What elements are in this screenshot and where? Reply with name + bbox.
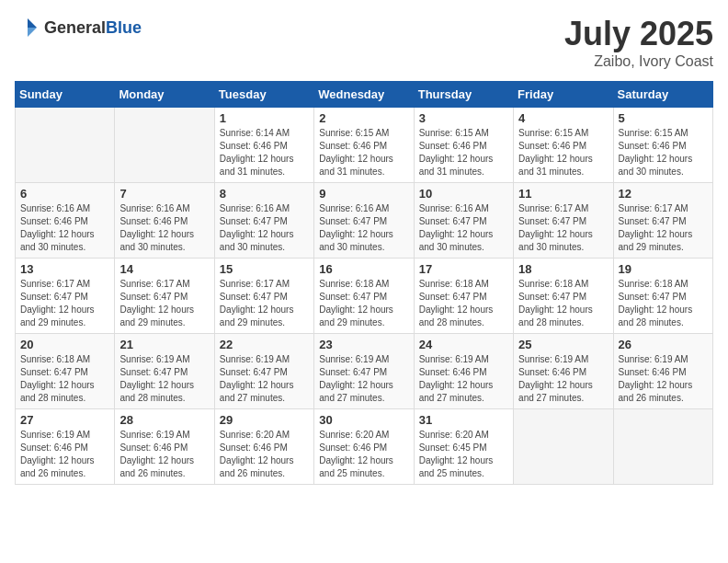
day-number: 25 <box>518 338 608 351</box>
weekday-header: Friday <box>514 82 613 108</box>
day-info: Sunrise: 6:20 AM Sunset: 6:46 PM Dayligh… <box>319 429 408 480</box>
day-number: 1 <box>220 111 309 125</box>
day-info: Sunrise: 6:16 AM Sunset: 6:46 PM Dayligh… <box>119 202 209 254</box>
calendar-day-cell: 5Sunrise: 6:15 AM Sunset: 6:46 PM Daylig… <box>613 108 712 183</box>
month-title: July 2025 <box>564 15 713 53</box>
day-number: 12 <box>619 187 708 201</box>
calendar-day-cell: 14Sunrise: 6:17 AM Sunset: 6:47 PM Dayli… <box>115 259 214 334</box>
weekday-header: Thursday <box>414 82 513 108</box>
calendar-day-cell: 23Sunrise: 6:19 AM Sunset: 6:47 PM Dayli… <box>314 334 414 409</box>
weekday-header: Wednesday <box>314 82 414 108</box>
day-info: Sunrise: 6:16 AM Sunset: 6:47 PM Dayligh… <box>220 202 309 254</box>
weekday-header: Monday <box>115 82 214 108</box>
day-info: Sunrise: 6:19 AM Sunset: 6:47 PM Dayligh… <box>319 353 408 405</box>
day-number: 15 <box>220 262 309 276</box>
day-info: Sunrise: 6:17 AM Sunset: 6:47 PM Dayligh… <box>20 278 109 329</box>
day-number: 27 <box>20 413 109 427</box>
svg-marker-1 <box>28 28 37 37</box>
logo-blue: Blue <box>106 18 142 37</box>
day-info: Sunrise: 6:15 AM Sunset: 6:46 PM Dayligh… <box>518 127 608 178</box>
calendar-day-cell: 9Sunrise: 6:16 AM Sunset: 6:47 PM Daylig… <box>314 183 414 259</box>
day-number: 19 <box>619 262 708 276</box>
svg-marker-0 <box>28 18 37 28</box>
day-number: 14 <box>119 262 209 276</box>
day-number: 20 <box>20 338 109 351</box>
day-info: Sunrise: 6:15 AM Sunset: 6:46 PM Dayligh… <box>319 127 408 178</box>
calendar-day-cell: 17Sunrise: 6:18 AM Sunset: 6:47 PM Dayli… <box>414 259 513 334</box>
calendar-header-row: SundayMondayTuesdayWednesdayThursdayFrid… <box>16 82 713 108</box>
calendar-day-cell: 21Sunrise: 6:19 AM Sunset: 6:47 PM Dayli… <box>115 334 214 409</box>
calendar-day-cell: 3Sunrise: 6:15 AM Sunset: 6:46 PM Daylig… <box>414 108 513 183</box>
calendar-day-cell: 16Sunrise: 6:18 AM Sunset: 6:47 PM Dayli… <box>314 259 414 334</box>
calendar-day-cell <box>16 108 115 183</box>
calendar-day-cell: 18Sunrise: 6:18 AM Sunset: 6:47 PM Dayli… <box>514 259 613 334</box>
day-number: 22 <box>220 338 309 351</box>
day-info: Sunrise: 6:17 AM Sunset: 6:47 PM Dayligh… <box>220 278 309 329</box>
calendar-day-cell: 13Sunrise: 6:17 AM Sunset: 6:47 PM Dayli… <box>16 259 115 334</box>
calendar-week-row: 20Sunrise: 6:18 AM Sunset: 6:47 PM Dayli… <box>16 334 713 409</box>
calendar-day-cell: 15Sunrise: 6:17 AM Sunset: 6:47 PM Dayli… <box>214 259 313 334</box>
day-number: 21 <box>119 338 209 351</box>
calendar-day-cell: 20Sunrise: 6:18 AM Sunset: 6:47 PM Dayli… <box>16 334 115 409</box>
day-info: Sunrise: 6:18 AM Sunset: 6:47 PM Dayligh… <box>518 278 608 329</box>
page-header: GeneralBlue July 2025 Zaibo, Ivory Coast <box>15 15 713 70</box>
calendar-day-cell <box>613 409 712 485</box>
day-number: 23 <box>319 338 408 351</box>
day-info: Sunrise: 6:19 AM Sunset: 6:47 PM Dayligh… <box>220 353 309 405</box>
calendar-day-cell: 26Sunrise: 6:19 AM Sunset: 6:46 PM Dayli… <box>613 334 712 409</box>
day-number: 16 <box>319 262 408 276</box>
logo: GeneralBlue <box>15 15 142 40</box>
calendar-day-cell: 24Sunrise: 6:19 AM Sunset: 6:46 PM Dayli… <box>414 334 513 409</box>
calendar-day-cell: 6Sunrise: 6:16 AM Sunset: 6:46 PM Daylig… <box>16 183 115 259</box>
logo-text: GeneralBlue <box>44 18 142 38</box>
calendar-week-row: 13Sunrise: 6:17 AM Sunset: 6:47 PM Dayli… <box>16 259 713 334</box>
calendar-day-cell: 1Sunrise: 6:14 AM Sunset: 6:46 PM Daylig… <box>214 108 313 183</box>
day-info: Sunrise: 6:20 AM Sunset: 6:45 PM Dayligh… <box>419 429 508 480</box>
day-info: Sunrise: 6:18 AM Sunset: 6:47 PM Dayligh… <box>619 278 708 329</box>
day-number: 6 <box>20 187 109 201</box>
calendar-week-row: 27Sunrise: 6:19 AM Sunset: 6:46 PM Dayli… <box>16 409 713 485</box>
day-number: 13 <box>20 262 109 276</box>
day-info: Sunrise: 6:19 AM Sunset: 6:46 PM Dayligh… <box>119 429 209 480</box>
day-info: Sunrise: 6:17 AM Sunset: 6:47 PM Dayligh… <box>619 202 708 254</box>
calendar-day-cell: 28Sunrise: 6:19 AM Sunset: 6:46 PM Dayli… <box>115 409 214 485</box>
day-info: Sunrise: 6:15 AM Sunset: 6:46 PM Dayligh… <box>419 127 508 178</box>
day-number: 26 <box>619 338 708 351</box>
day-number: 11 <box>518 187 608 201</box>
calendar-day-cell: 19Sunrise: 6:18 AM Sunset: 6:47 PM Dayli… <box>613 259 712 334</box>
calendar-day-cell: 8Sunrise: 6:16 AM Sunset: 6:47 PM Daylig… <box>214 183 313 259</box>
logo-icon <box>15 15 40 40</box>
day-number: 31 <box>419 413 508 427</box>
day-number: 18 <box>518 262 608 276</box>
calendar-day-cell: 4Sunrise: 6:15 AM Sunset: 6:46 PM Daylig… <box>514 108 613 183</box>
calendar-week-row: 1Sunrise: 6:14 AM Sunset: 6:46 PM Daylig… <box>16 108 713 183</box>
calendar-day-cell <box>115 108 214 183</box>
calendar-week-row: 6Sunrise: 6:16 AM Sunset: 6:46 PM Daylig… <box>16 183 713 259</box>
calendar-day-cell: 22Sunrise: 6:19 AM Sunset: 6:47 PM Dayli… <box>214 334 313 409</box>
weekday-header: Tuesday <box>214 82 313 108</box>
weekday-header: Sunday <box>16 82 115 108</box>
calendar-day-cell <box>514 409 613 485</box>
day-number: 5 <box>619 111 708 125</box>
calendar-day-cell: 12Sunrise: 6:17 AM Sunset: 6:47 PM Dayli… <box>613 183 712 259</box>
calendar-day-cell: 30Sunrise: 6:20 AM Sunset: 6:46 PM Dayli… <box>314 409 414 485</box>
calendar-day-cell: 11Sunrise: 6:17 AM Sunset: 6:47 PM Dayli… <box>514 183 613 259</box>
day-number: 29 <box>220 413 309 427</box>
day-info: Sunrise: 6:18 AM Sunset: 6:47 PM Dayligh… <box>20 353 109 405</box>
day-info: Sunrise: 6:16 AM Sunset: 6:47 PM Dayligh… <box>419 202 508 254</box>
weekday-header: Saturday <box>613 82 712 108</box>
day-number: 4 <box>518 111 608 125</box>
day-number: 2 <box>319 111 408 125</box>
location-title: Zaibo, Ivory Coast <box>564 53 713 70</box>
day-info: Sunrise: 6:19 AM Sunset: 6:47 PM Dayligh… <box>119 353 209 405</box>
title-block: July 2025 Zaibo, Ivory Coast <box>564 15 713 70</box>
logo-general: General <box>44 18 106 37</box>
day-info: Sunrise: 6:18 AM Sunset: 6:47 PM Dayligh… <box>419 278 508 329</box>
calendar-day-cell: 7Sunrise: 6:16 AM Sunset: 6:46 PM Daylig… <box>115 183 214 259</box>
day-info: Sunrise: 6:19 AM Sunset: 6:46 PM Dayligh… <box>419 353 508 405</box>
day-number: 9 <box>319 187 408 201</box>
day-number: 8 <box>220 187 309 201</box>
day-number: 10 <box>419 187 508 201</box>
day-info: Sunrise: 6:17 AM Sunset: 6:47 PM Dayligh… <box>518 202 608 254</box>
calendar-day-cell: 29Sunrise: 6:20 AM Sunset: 6:46 PM Dayli… <box>214 409 313 485</box>
